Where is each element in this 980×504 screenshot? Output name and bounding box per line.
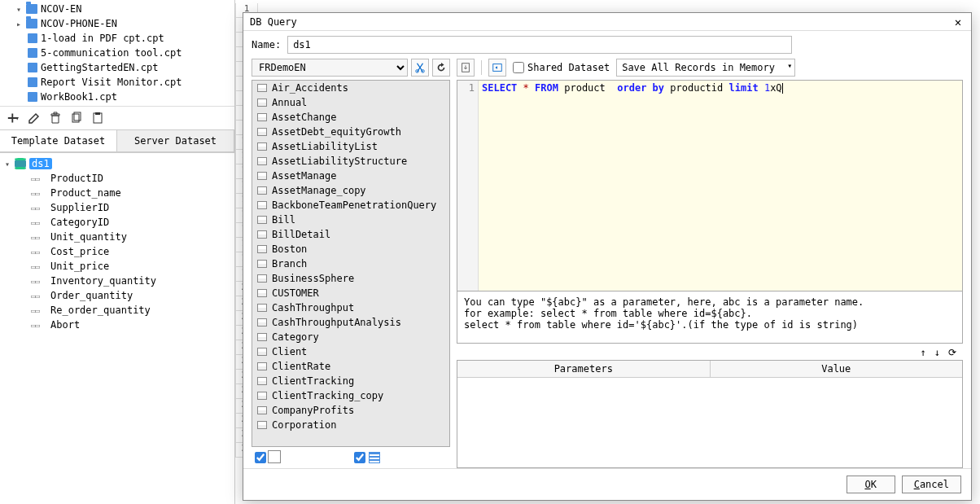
help-text: You can type "${abc}" as a parameter, he… xyxy=(457,291,963,344)
memory-mode-select[interactable]: Save All Records in Memory xyxy=(616,59,795,77)
table-item[interactable]: AssetChange xyxy=(252,110,449,125)
tree-file[interactable]: 5-communication tool.cpt xyxy=(3,46,231,60)
table-item[interactable]: CashThroughputAnalysis xyxy=(252,315,449,330)
dataset-column[interactable]: ▭▭Unit_quantity xyxy=(2,230,233,244)
paste-icon[interactable] xyxy=(91,112,104,125)
column-icon: ▭▭ xyxy=(31,291,47,300)
dataset-column[interactable]: ▭▭Re_order_quantity xyxy=(2,303,233,318)
dataset-node-ds1[interactable]: ▾ ds1 xyxy=(2,156,233,171)
dataset-column[interactable]: ▭▭ProductID xyxy=(2,171,233,186)
check-b[interactable] xyxy=(354,452,365,463)
column-icon: ▭▭ xyxy=(31,233,47,242)
table-item[interactable]: Boston xyxy=(252,242,449,256)
table-item[interactable]: AssetManage xyxy=(252,169,449,183)
table-item[interactable]: AssetLiabilityList xyxy=(252,139,449,154)
dataset-column[interactable]: ▭▭Abort xyxy=(2,318,233,332)
dataset-column[interactable]: ▭▭Inventory_quantity xyxy=(2,274,233,288)
dataset-column[interactable]: ▭▭Product_name xyxy=(2,186,233,200)
tree-file[interactable]: Report Visit Monitor.cpt xyxy=(3,75,231,90)
cut-icon[interactable] xyxy=(411,59,429,77)
col-value: Value xyxy=(711,361,963,377)
ok-button[interactable]: OK xyxy=(847,476,895,493)
tab-server-dataset[interactable]: Server Dataset xyxy=(116,129,234,152)
delete-icon[interactable] xyxy=(49,112,62,125)
table-icon xyxy=(257,318,267,327)
tree-file[interactable]: GettingStartedEN.cpt xyxy=(3,60,231,75)
table-item[interactable]: Air_Accidents xyxy=(252,81,449,95)
column-label: Product_name xyxy=(50,187,121,199)
table-item[interactable]: ClientRate xyxy=(252,359,449,374)
table-item[interactable]: Annual xyxy=(252,95,449,110)
sql-import-icon[interactable] xyxy=(457,59,475,77)
table-item[interactable]: AssetLiabilityStructure xyxy=(252,154,449,169)
dataset-tree: ▾ ds1 ▭▭ProductID▭▭Product_name▭▭Supplie… xyxy=(0,153,234,335)
expand-icon[interactable]: ▾ xyxy=(15,5,23,14)
cancel-button[interactable]: Cancel xyxy=(902,476,961,493)
table-item[interactable]: BusinessSphere xyxy=(252,271,449,286)
table-item[interactable]: Client xyxy=(252,344,449,359)
table-item[interactable]: CompanyProfits xyxy=(252,403,449,418)
name-label: Name: xyxy=(252,39,281,50)
tree-file[interactable]: WorkBook1.cpt xyxy=(3,90,231,104)
dataset-column[interactable]: ▭▭CategoryID xyxy=(2,215,233,230)
preview-icon[interactable] xyxy=(488,59,506,77)
table-item[interactable]: Bill xyxy=(252,213,449,227)
table-item[interactable]: AssetDebt_equityGrowth xyxy=(252,125,449,139)
svg-rect-3 xyxy=(95,112,100,115)
column-icon: ▭▭ xyxy=(31,248,47,256)
table-item[interactable]: BillDetail xyxy=(252,227,449,242)
table-icon xyxy=(257,245,267,253)
table-item[interactable]: AssetManage_copy xyxy=(252,183,449,198)
refresh-icon[interactable] xyxy=(432,59,450,77)
dataset-column[interactable]: ▭▭Cost_price xyxy=(2,244,233,259)
table-item[interactable]: Category xyxy=(252,330,449,344)
check-a[interactable] xyxy=(255,452,266,463)
move-up-icon[interactable]: ↑ xyxy=(921,347,926,358)
table-item[interactable]: ClientTracking xyxy=(252,374,449,388)
table-icon xyxy=(257,216,267,224)
table-item[interactable]: BackboneTeamPenetrationQuery xyxy=(252,198,449,213)
column-icon: ▭▭ xyxy=(31,204,47,213)
table-item[interactable]: ClientTracking_copy xyxy=(252,388,449,403)
table-label: AssetManage xyxy=(272,170,336,182)
add-icon[interactable]: ▾ xyxy=(7,112,20,125)
tab-template-dataset[interactable]: Template Dataset xyxy=(0,129,117,152)
col-parameters: Parameters xyxy=(457,361,711,377)
tree-file[interactable]: 1-load in PDF cpt.cpt xyxy=(3,31,231,46)
copy-icon[interactable] xyxy=(70,112,83,125)
close-icon[interactable]: ✕ xyxy=(952,15,965,28)
dialog-title: DB Query xyxy=(250,16,297,28)
expand-icon[interactable]: ▾ xyxy=(3,160,11,169)
edit-icon[interactable] xyxy=(28,112,41,125)
expand-icon[interactable]: ▸ xyxy=(15,20,23,28)
refresh-params-icon[interactable]: ⟳ xyxy=(948,347,956,358)
column-label: Abort xyxy=(50,319,80,331)
sql-code[interactable]: SELECT * FROM product order by productid… xyxy=(479,81,962,291)
table-icon xyxy=(257,392,267,400)
tree-folder-ncov-en[interactable]: ▾ NCOV-EN xyxy=(3,2,231,16)
table-label: Category xyxy=(272,331,319,343)
name-input[interactable] xyxy=(287,36,792,54)
table-item[interactable]: Branch xyxy=(252,256,449,271)
move-down-icon[interactable]: ↓ xyxy=(934,347,940,358)
table-icon xyxy=(257,274,267,283)
table-icon xyxy=(257,406,267,414)
shared-dataset-check[interactable] xyxy=(513,62,524,73)
column-label: Re_order_quantity xyxy=(50,305,151,316)
table-list[interactable]: Air_AccidentsAnnualAssetChangeAssetDebt_… xyxy=(252,80,450,447)
table-item[interactable]: CUSTOMER xyxy=(252,286,449,300)
table-icon xyxy=(257,304,267,312)
dataset-column[interactable]: ▭▭Order_quantity xyxy=(2,288,233,303)
dataset-column[interactable]: ▭▭Unit_price xyxy=(2,259,233,274)
table-item[interactable]: Corporation xyxy=(252,418,449,432)
table-item[interactable]: CashThroughput xyxy=(252,300,449,315)
parameters-body[interactable] xyxy=(457,378,962,467)
dataset-column[interactable]: ▭▭SupplierID xyxy=(2,200,233,215)
sql-editor[interactable]: 1 SELECT * FROM product order by product… xyxy=(457,80,963,291)
connection-select[interactable]: FRDemoEN xyxy=(252,59,408,77)
file-label: WorkBook1.cpt xyxy=(41,91,117,103)
left-panel: ▾ NCOV-EN ▸ NCOV-PHONE-EN 1-load in PDF … xyxy=(0,0,235,504)
table-icon xyxy=(257,260,267,268)
tree-folder-ncov-phone-en[interactable]: ▸ NCOV-PHONE-EN xyxy=(3,16,231,31)
file-icon xyxy=(28,63,37,72)
